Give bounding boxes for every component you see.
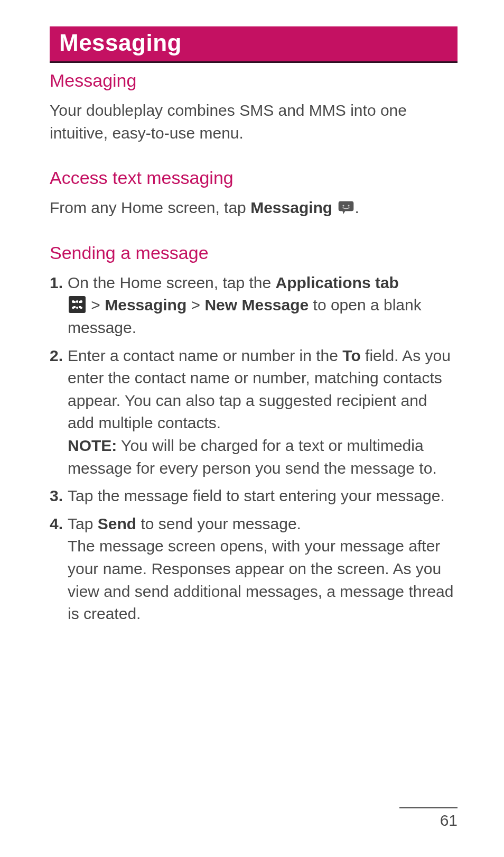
- page-number-rule: [399, 807, 458, 808]
- svg-point-3: [348, 205, 349, 207]
- applications-tab-icon: [69, 296, 86, 313]
- svg-rect-0: [339, 201, 353, 211]
- messaging-path-label: Messaging: [105, 296, 186, 314]
- chapter-title: Messaging: [59, 30, 448, 56]
- manual-page: Messaging Messaging Your doubleplay comb…: [0, 0, 504, 857]
- page-number-block: 61: [399, 807, 458, 830]
- step2-text-a: Enter a contact name or number in the: [68, 347, 342, 364]
- access-messaging-label: Messaging: [250, 199, 332, 216]
- access-text-post: .: [355, 199, 359, 216]
- page-number: 61: [399, 812, 458, 830]
- section-heading-sending: Sending a message: [50, 243, 458, 263]
- svg-point-2: [342, 205, 344, 207]
- step-number: 4.: [50, 513, 63, 536]
- step-2: 2. Enter a contact name or number in the…: [50, 345, 458, 480]
- step-number: 2.: [50, 345, 63, 367]
- step-3: 3. Tap the message field to start enteri…: [50, 485, 458, 508]
- step4-text-c: The message screen opens, with your mess…: [68, 537, 453, 622]
- messaging-icon: [338, 198, 354, 212]
- note-label: NOTE:: [68, 437, 117, 454]
- step4-text-b: to send your message.: [136, 515, 301, 532]
- step4-text-a: Tap: [68, 515, 98, 532]
- messaging-intro-text: Your doubleplay combines SMS and MMS int…: [50, 99, 458, 144]
- to-field-label: To: [342, 347, 360, 364]
- step-4: 4. Tap Send to send your message. The me…: [50, 513, 458, 625]
- access-instruction: From any Home screen, tap Messaging .: [50, 197, 458, 219]
- send-label: Send: [98, 515, 136, 532]
- step1-sep1: >: [87, 296, 105, 314]
- step1-text-a: On the Home screen, tap the: [68, 274, 276, 291]
- section-heading-access: Access text messaging: [50, 168, 458, 188]
- applications-tab-label: Applications tab: [276, 274, 399, 291]
- note-body: You will be charged for a text or multim…: [68, 437, 437, 477]
- step-1: 1. On the Home screen, tap the Applicati…: [50, 272, 458, 339]
- access-text-pre: From any Home screen, tap: [50, 199, 250, 216]
- sending-steps-list: 1. On the Home screen, tap the Applicati…: [50, 272, 458, 625]
- new-message-label: New Message: [204, 296, 309, 314]
- chapter-banner: Messaging: [50, 26, 458, 63]
- step3-text: Tap the message field to start entering …: [68, 487, 445, 504]
- step-number: 1.: [50, 272, 63, 294]
- step1-sep2: >: [186, 296, 204, 314]
- section-heading-messaging: Messaging: [50, 70, 458, 91]
- svg-marker-1: [342, 210, 346, 214]
- step-number: 3.: [50, 485, 63, 508]
